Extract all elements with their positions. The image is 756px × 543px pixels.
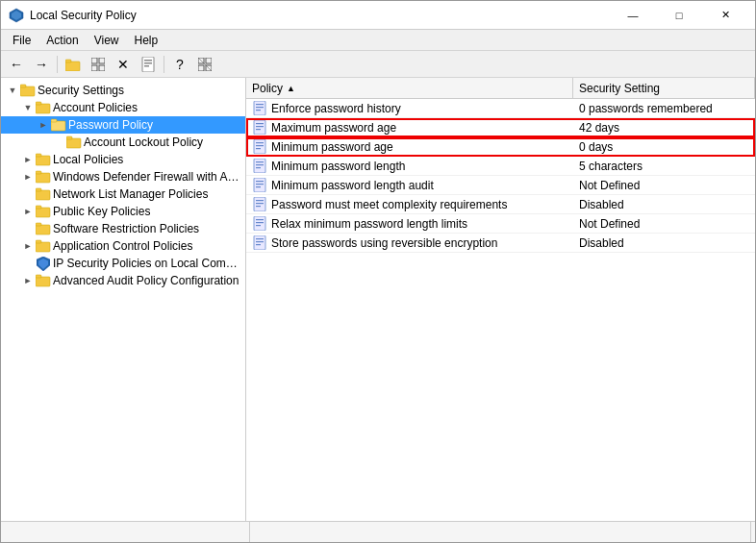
label-account-policies: Account Policies [53,101,138,114]
svg-rect-44 [256,110,261,111]
label-windows-defender: Windows Defender Firewall with Adva... [53,170,241,184]
cell-policy-enforce-history: Enforce password history [246,101,573,116]
menu-view[interactable]: View [87,32,127,49]
export-button[interactable] [193,54,216,75]
list-header: Policy ▲ Security Setting [246,78,755,99]
expand-local-policies[interactable]: ► [20,152,36,167]
tree-item-password-policy[interactable]: ► Password Policy [1,116,245,134]
svg-rect-45 [254,120,265,135]
svg-rect-14 [198,65,204,71]
menu-help[interactable]: Help [127,32,166,49]
label-network-list: Network List Manager Policies [53,187,208,201]
tree-item-local-policies[interactable]: ► Local Policies [1,151,245,168]
minimize-button[interactable]: — [611,1,655,30]
maximize-button[interactable]: □ [657,1,701,30]
expand-advanced-audit[interactable]: ► [20,273,36,288]
delete-button[interactable]: ✕ [112,54,135,75]
menu-file[interactable]: File [5,32,38,49]
right-pane: Policy ▲ Security Setting [246,78,755,521]
status-section-1 [5,522,250,542]
svg-rect-55 [256,164,264,165]
label-local-policies: Local Policies [53,153,123,166]
policy-icon-min-age [252,139,267,155]
folder-icon-public-key [36,204,51,219]
svg-rect-5 [99,58,105,63]
tree-item-account-lockout[interactable]: ► Account Lockout Policy [1,134,245,151]
tree-item-software-restriction[interactable]: ► Software Restriction Policies [1,220,245,237]
svg-rect-54 [256,161,264,162]
list-body[interactable]: Enforce password history 0 passwords rem… [246,99,755,521]
folder-icon-windows-defender [36,169,51,185]
svg-rect-63 [256,203,264,204]
svg-rect-39 [36,277,50,286]
policy-icon-min-length-audit [252,178,267,193]
list-row-enforce-history[interactable]: Enforce password history 0 passwords rem… [246,99,755,118]
list-row-max-age[interactable]: Maximum password age 42 days [246,118,755,137]
svg-rect-23 [66,138,81,148]
folder-button[interactable] [62,54,85,75]
tree-item-security-settings[interactable]: ▼ Security Settings [1,82,245,99]
expand-application-control[interactable]: ► [20,238,36,254]
expand-public-key[interactable]: ► [20,204,36,219]
list-row-min-length-audit[interactable]: Minimum password length audit Not Define… [246,176,755,195]
label-account-lockout: Account Lockout Policy [84,136,203,149]
cell-setting-max-age: 42 days [573,121,755,135]
svg-rect-30 [36,188,41,191]
policy-icon-complexity [252,197,267,212]
svg-rect-7 [99,65,105,71]
svg-rect-9 [144,60,152,62]
label-software-restriction: Software Restriction Policies [53,222,199,235]
svg-rect-62 [256,200,264,201]
cell-policy-max-age: Maximum password age [246,120,573,136]
svg-rect-56 [256,167,261,168]
svg-rect-66 [256,219,264,220]
list-row-min-length[interactable]: Minimum password length 5 characters [246,157,755,176]
forward-button[interactable]: → [30,54,53,75]
label-public-key: Public Key Policies [53,205,150,218]
title-bar: Local Security Policy — □ ✕ [1,1,755,30]
svg-rect-26 [36,154,41,157]
col-header-setting[interactable]: Security Setting [573,78,755,98]
svg-rect-47 [256,126,264,127]
toolbar-separator-2 [164,56,164,73]
svg-rect-28 [36,171,41,174]
tree-item-network-list[interactable]: ► Network List Manager Policies [1,185,245,203]
close-button[interactable]: ✕ [703,1,747,30]
list-row-complexity[interactable]: Password must meet complexity requiremen… [246,195,755,214]
cell-policy-reversible: Store passwords using reversible encrypt… [246,235,573,251]
shield-icon-ip-security [36,256,51,271]
svg-rect-70 [256,238,264,239]
svg-rect-68 [256,225,261,226]
svg-rect-25 [36,156,50,165]
properties-button[interactable] [137,54,160,75]
svg-rect-11 [144,65,149,67]
expand-security-settings[interactable]: ▼ [5,83,20,98]
back-button[interactable]: ← [5,54,28,75]
tree-item-application-control[interactable]: ► Application Control Policies [1,237,245,255]
status-bar [1,521,755,542]
expand-account-policies[interactable]: ▼ [20,100,36,115]
list-row-relax-limits[interactable]: Relax minimum password length limits Not… [246,214,755,234]
expand-password-policy[interactable]: ► [36,117,51,133]
svg-rect-2 [65,62,80,71]
svg-rect-43 [256,107,264,108]
tree-item-ip-security[interactable]: ► IP Security Policies on Local Compute.… [1,255,245,272]
svg-rect-35 [36,242,50,252]
svg-rect-31 [36,208,50,217]
list-row-reversible[interactable]: Store passwords using reversible encrypt… [246,234,755,253]
menu-action[interactable]: Action [38,32,86,49]
grid-button[interactable] [87,54,110,75]
tree-pane[interactable]: ▼ Security Settings ▼ [1,78,246,521]
svg-rect-10 [144,62,152,64]
folder-icon-security-settings [20,83,36,98]
col-header-policy[interactable]: Policy ▲ [246,78,573,98]
tree-item-advanced-audit[interactable]: ► Advanced Audit Policy Configuration [1,272,245,289]
expand-windows-defender[interactable]: ► [20,169,36,185]
tree-item-windows-defender[interactable]: ► Windows Defender Firewall with Adva... [1,168,245,185]
folder-icon-account-policies [36,100,51,115]
tree-item-public-key[interactable]: ► Public Key Policies [1,203,245,220]
help-button[interactable]: ? [168,54,191,75]
tree-item-account-policies[interactable]: ▼ Account Policies [1,99,245,116]
list-row-min-age[interactable]: Minimum password age 0 days [246,137,755,157]
svg-rect-41 [254,101,265,115]
